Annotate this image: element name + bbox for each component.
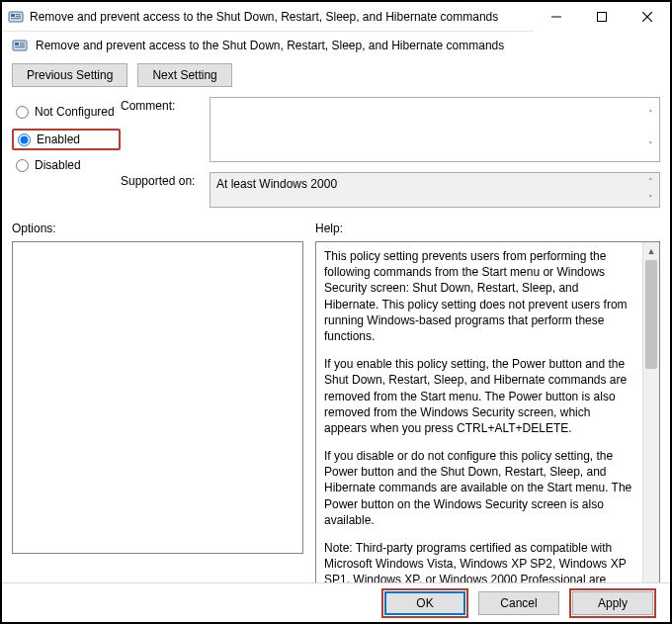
apply-button[interactable]: Apply: [572, 591, 653, 615]
help-paragraph: This policy setting prevents users from …: [324, 248, 634, 344]
svg-rect-12: [20, 45, 25, 45]
policy-header: Remove and prevent access to the Shut Do…: [2, 32, 670, 57]
policy-icon: [8, 9, 24, 25]
svg-rect-2: [16, 14, 21, 15]
cancel-button[interactable]: Cancel: [478, 591, 559, 615]
options-box: [12, 241, 303, 554]
help-paragraph: If you disable or do not configure this …: [324, 448, 634, 528]
dialog-footer: OK Cancel Apply: [2, 582, 670, 622]
scroll-thumb[interactable]: [645, 260, 657, 369]
config-area: Not Configured Enabled Disabled Comment:…: [2, 97, 670, 208]
previous-setting-button[interactable]: Previous Setting: [12, 63, 127, 87]
svg-rect-11: [20, 43, 25, 44]
svg-rect-13: [15, 46, 25, 47]
ok-highlight: OK: [381, 588, 468, 618]
svg-rect-10: [15, 43, 19, 45]
comment-scroll[interactable]: ˄ ˅: [642, 98, 659, 161]
help-text: This policy setting prevents users from …: [316, 242, 642, 622]
options-label: Options:: [12, 222, 303, 235]
window-controls: [534, 2, 670, 32]
ok-button[interactable]: OK: [384, 591, 465, 615]
svg-rect-4: [11, 18, 21, 19]
policy-title: Remove and prevent access to the Shut Do…: [36, 39, 504, 52]
chevron-up-icon[interactable]: ˄: [642, 173, 659, 190]
radio-disabled-label: Disabled: [35, 158, 81, 172]
radio-disabled[interactable]: Disabled: [12, 154, 121, 176]
apply-highlight: Apply: [569, 588, 656, 618]
meta-column: Comment: ˄ ˅ Supported on: At least Wind…: [121, 97, 660, 208]
window-title: Remove and prevent access to the Shut Do…: [30, 10, 534, 24]
help-scrollbar[interactable]: ▲ ▼: [642, 242, 659, 622]
state-radios: Not Configured Enabled Disabled: [12, 97, 121, 208]
policy-icon: [12, 38, 28, 53]
supported-on-box: At least Windows 2000 ˄ ˅: [210, 172, 660, 208]
chevron-down-icon[interactable]: ˅: [642, 130, 659, 161]
chevron-up-icon[interactable]: ˄: [642, 98, 659, 130]
radio-not-configured-input[interactable]: [16, 106, 29, 119]
svg-rect-6: [598, 12, 607, 21]
supported-on-value: At least Windows 2000: [216, 177, 337, 191]
close-button[interactable]: [625, 2, 670, 32]
options-column: Options:: [12, 222, 303, 554]
comment-label: Comment:: [121, 97, 210, 113]
supported-label: Supported on:: [121, 172, 210, 188]
help-label: Help:: [315, 222, 660, 235]
titlebar: Remove and prevent access to the Shut Do…: [2, 2, 670, 32]
radio-enabled-label: Enabled: [37, 133, 80, 146]
svg-rect-1: [11, 14, 15, 17]
chevron-down-icon[interactable]: ˅: [642, 190, 659, 207]
lower-area: Options: Help: This policy setting preve…: [2, 208, 670, 554]
minimize-button[interactable]: [534, 2, 579, 32]
radio-not-configured[interactable]: Not Configured: [12, 101, 121, 123]
maximize-button[interactable]: [579, 2, 625, 32]
help-paragraph: If you enable this policy setting, the P…: [324, 356, 634, 436]
comment-input[interactable]: ˄ ˅: [210, 97, 660, 162]
help-column: Help: This policy setting prevents users…: [315, 222, 660, 554]
supported-scroll[interactable]: ˄ ˅: [642, 173, 659, 207]
radio-not-configured-label: Not Configured: [35, 105, 115, 119]
nav-row: Previous Setting Next Setting: [2, 57, 670, 97]
svg-rect-3: [16, 16, 21, 17]
radio-enabled[interactable]: Enabled: [12, 129, 121, 150]
help-box: This policy setting prevents users from …: [315, 241, 660, 623]
radio-enabled-input[interactable]: [18, 134, 31, 146]
radio-disabled-input[interactable]: [16, 159, 29, 172]
next-setting-button[interactable]: Next Setting: [137, 63, 231, 87]
scroll-up-icon[interactable]: ▲: [643, 242, 659, 259]
